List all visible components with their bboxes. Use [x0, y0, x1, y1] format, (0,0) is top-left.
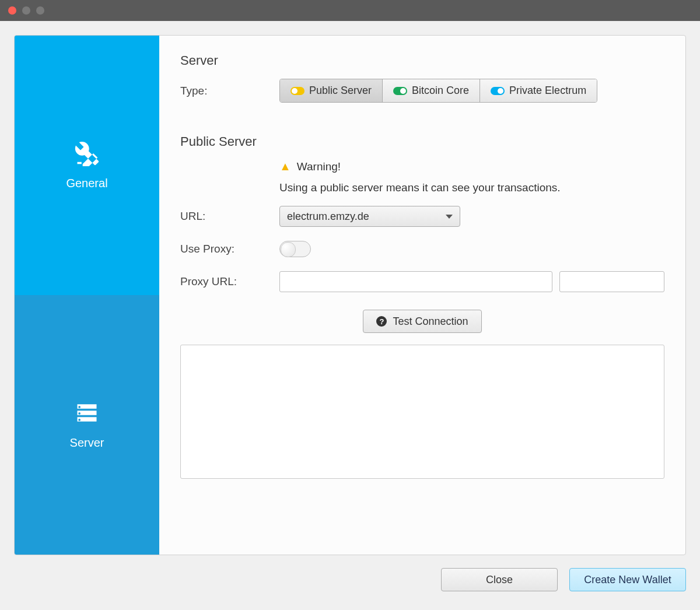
window-minimize-button[interactable]	[22, 6, 30, 15]
sidebar-item-general[interactable]: General	[15, 36, 159, 295]
main-panel: Server Type: Public Server Bitcoin Core …	[159, 36, 685, 555]
server-section-title: Server	[180, 53, 664, 68]
warning-text: Using a public server means it can see y…	[279, 181, 664, 194]
tools-icon	[74, 141, 100, 169]
close-button-label: Close	[486, 574, 513, 586]
proxy-url-label: Proxy URL:	[180, 275, 279, 288]
segment-label: Bitcoin Core	[412, 85, 469, 97]
test-connection-label: Test Connection	[393, 315, 468, 328]
type-label: Type:	[180, 85, 279, 97]
window-titlebar	[0, 0, 700, 21]
create-new-wallet-label: Create New Wallet	[584, 574, 671, 586]
warning-icon: ▲	[279, 160, 291, 173]
proxy-url-input[interactable]	[279, 271, 552, 292]
server-type-public[interactable]: Public Server	[280, 79, 382, 102]
toggle-icon	[491, 87, 505, 95]
url-dropdown-value: electrum.emzy.de	[287, 211, 369, 223]
window-zoom-button[interactable]	[36, 6, 44, 15]
server-type-segmented: Public Server Bitcoin Core Private Elect…	[279, 79, 597, 103]
proxy-port-input[interactable]	[559, 271, 664, 292]
sidebar-item-server[interactable]: Server	[15, 295, 159, 555]
server-type-bitcoin-core[interactable]: Bitcoin Core	[382, 79, 480, 102]
connection-log	[180, 345, 664, 479]
server-stack-icon	[74, 400, 100, 428]
settings-card: General Server Server Type: Public Serve…	[14, 35, 686, 555]
server-type-private-electrum[interactable]: Private Electrum	[480, 79, 597, 102]
sidebar-item-label: General	[66, 177, 107, 190]
sidebar-item-label: Server	[70, 436, 104, 450]
sidebar: General Server	[15, 36, 159, 555]
toggle-icon	[290, 87, 304, 95]
question-circle-icon: ?	[376, 316, 387, 327]
public-server-title: Public Server	[180, 134, 664, 149]
footer: Close Create New Wallet	[0, 555, 700, 604]
use-proxy-toggle[interactable]	[279, 241, 311, 257]
chevron-down-icon	[446, 215, 453, 219]
segment-label: Private Electrum	[509, 85, 586, 97]
window-close-button[interactable]	[8, 6, 16, 15]
segment-label: Public Server	[309, 85, 372, 97]
close-button[interactable]: Close	[441, 568, 558, 591]
url-dropdown[interactable]: electrum.emzy.de	[279, 206, 460, 227]
create-new-wallet-button[interactable]: Create New Wallet	[569, 568, 686, 591]
test-connection-button[interactable]: ? Test Connection	[363, 310, 481, 333]
url-label: URL:	[180, 210, 279, 223]
use-proxy-label: Use Proxy:	[180, 243, 279, 255]
warning-heading: Warning!	[297, 160, 341, 173]
toggle-icon	[393, 87, 407, 95]
